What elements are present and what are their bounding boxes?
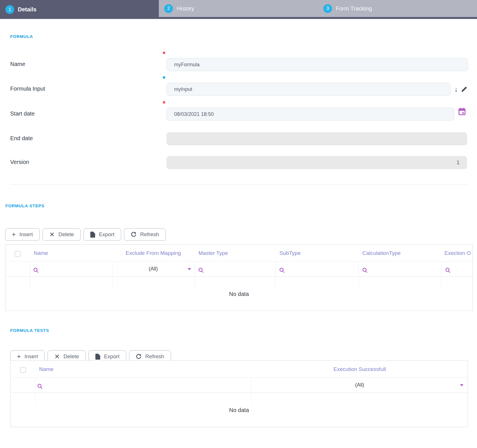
steps-grid-col-separator [30,261,30,287]
tests-filter-name-input[interactable] [37,384,42,390]
chevron-down-icon[interactable] [460,384,463,386]
tab-details-number-badge: 1 [5,5,14,14]
section-divider [10,184,468,184]
formula-input-value: myInput [174,86,192,92]
steps-filter-name-input[interactable] [33,268,38,274]
name-label: Name [10,61,25,67]
wizard-tab-bar: 1 Details 2 History 3 Form Tracking [0,0,477,19]
start-date-value: 08/03/2021 18:50 [174,111,214,117]
cross-icon: ✕ [49,231,55,238]
name-input[interactable]: myFormula [166,58,468,71]
start-date-required-dot [163,101,165,104]
formula-steps-grid: Name Exclude From Mapping Master Type Su… [5,244,473,311]
chevron-down-icon[interactable] [188,268,191,270]
search-icon [279,268,285,273]
formula-input-field[interactable]: myInput [166,83,451,96]
steps-col-name[interactable]: Name [34,245,112,261]
steps-insert-button[interactable]: + Insert [5,228,40,241]
arrow-down-icon: ↓ [454,86,458,93]
search-icon [445,268,450,273]
export-file-icon [90,232,95,238]
steps-col-subtype[interactable]: SubType [279,245,358,261]
tab-form-tracking-label: Form Tracking [336,5,372,12]
search-icon [33,268,38,273]
tab-form-tracking-number-badge: 3 [323,4,332,13]
steps-no-data-message: No data [5,291,472,297]
export-file-icon [95,354,100,360]
tab-form-tracking[interactable]: 3 Form Tracking [318,0,477,17]
goto-input-button[interactable]: ↓ [452,85,460,93]
steps-col-exection-order[interactable]: Exection O [444,245,473,261]
steps-filter-master-type-input[interactable] [198,268,204,274]
tests-col-name[interactable]: Name [39,361,249,377]
plus-icon: + [17,353,21,360]
steps-refresh-button[interactable]: Refresh [124,228,166,241]
steps-col-calculation-type[interactable]: CalculationType [362,245,441,261]
edit-input-button[interactable] [460,86,468,93]
tab-history-label: History [177,5,194,12]
plus-icon: + [12,231,16,238]
tests-grid-filter-row-border [10,392,468,393]
start-date-input[interactable]: 08/03/2021 18:50 [166,108,454,121]
steps-delete-button[interactable]: ✕ Delete [42,228,81,241]
formula-steps-toolbar: + Insert ✕ Delete Export Refresh [5,228,166,241]
formula-details-page: 1 Details 2 History 3 Form Tracking FORM… [0,0,477,448]
tests-grid-col-separator [35,377,35,403]
refresh-icon [136,354,142,359]
steps-col-master-type[interactable]: Master Type [198,245,275,261]
formula-tests-grid: Name Execution Successfull (All) No data [10,360,468,427]
version-value: 1 [457,160,459,166]
steps-grid-col-separator [358,261,359,287]
formula-input-label: Formula Input [10,86,45,92]
tests-no-data-message: No data [10,407,468,413]
refresh-icon [131,232,136,237]
steps-grid-col-separator [194,261,195,287]
name-input-value: myFormula [174,62,200,68]
version-label: Version [10,159,29,165]
steps-grid-col-separator [441,261,442,287]
steps-filter-exection-order-input[interactable] [445,268,450,274]
start-date-label: Start date [10,110,35,117]
steps-filter-calculation-type-input[interactable] [362,268,367,274]
tab-history-number-badge: 2 [164,4,173,13]
steps-grid-filter-row-border [5,276,472,277]
formula-section-heading: FORMULA [10,34,33,39]
pencil-icon [461,86,467,93]
steps-filter-subtype-input[interactable] [279,268,285,274]
search-icon [37,384,42,389]
open-calendar-button[interactable] [458,107,466,116]
calendar-icon [458,108,466,115]
formula-input-required-dot [163,76,165,79]
search-icon [362,268,367,273]
steps-filter-exclude-dropdown[interactable]: (All) [112,261,194,276]
tests-select-all-checkbox[interactable] [20,367,26,373]
version-input: 1 [166,156,467,169]
tests-col-execution-successfull[interactable]: Execution Successfull [251,361,468,377]
steps-grid-col-separator [275,261,276,287]
steps-col-exclude-from-mapping[interactable]: Exclude From Mapping [112,245,194,261]
formula-tests-section-heading: FORMULA TESTS [10,328,49,333]
tab-details-label: Details [18,6,37,13]
end-date-label: End date [10,135,33,142]
cross-icon: ✕ [54,353,60,360]
search-icon [198,268,204,273]
formula-steps-section-heading: FORMULA STEPS [5,203,44,208]
tests-filter-execution-dropdown[interactable]: (All) [251,377,468,392]
tab-history[interactable]: 2 History [159,0,318,17]
steps-export-button[interactable]: Export [84,228,121,241]
end-date-input [166,132,467,145]
steps-select-all-checkbox[interactable] [15,251,21,257]
tab-details[interactable]: 1 Details [0,0,159,19]
name-required-dot [163,52,165,54]
